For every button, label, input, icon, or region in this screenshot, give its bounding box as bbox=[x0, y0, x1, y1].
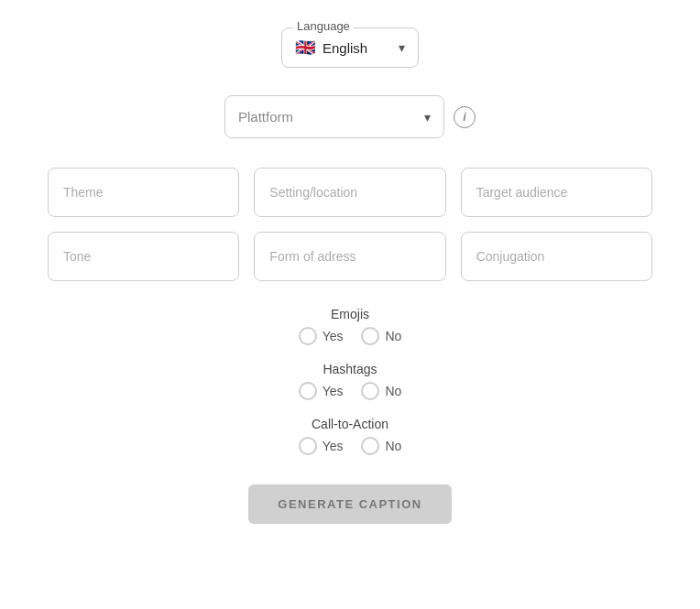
cta-no-label: No bbox=[385, 439, 401, 453]
generate-caption-button[interactable]: GENERATE CAPTION bbox=[248, 484, 451, 524]
form-of-address-input[interactable] bbox=[254, 232, 445, 281]
hashtags-no-radio[interactable] bbox=[361, 382, 379, 400]
platform-chevron-icon: ▾ bbox=[424, 110, 431, 125]
platform-placeholder: Plattform bbox=[238, 109, 424, 125]
info-icon-label: i bbox=[463, 110, 466, 124]
radio-groups-container: Emojis Yes No Hashtags Yes bbox=[299, 307, 402, 455]
emojis-options: Yes No bbox=[299, 327, 402, 345]
hashtags-no-option[interactable]: No bbox=[361, 382, 401, 400]
emojis-yes-radio[interactable] bbox=[299, 327, 317, 345]
info-icon[interactable]: i bbox=[454, 106, 476, 128]
hashtags-yes-radio[interactable] bbox=[299, 382, 317, 400]
hashtags-group: Hashtags Yes No bbox=[299, 362, 402, 400]
cta-no-radio[interactable] bbox=[361, 437, 379, 455]
hashtags-label: Hashtags bbox=[323, 362, 377, 376]
hashtags-no-label: No bbox=[385, 384, 401, 398]
cta-label: Call-to-Action bbox=[312, 417, 388, 431]
hashtags-options: Yes No bbox=[299, 382, 402, 400]
hashtags-yes-label: Yes bbox=[323, 384, 344, 398]
cta-yes-radio[interactable] bbox=[299, 437, 317, 455]
emojis-group: Emojis Yes No bbox=[299, 307, 402, 345]
language-section: Language 🇬🇧 English ▾ bbox=[281, 27, 419, 68]
page-container: Language 🇬🇧 English ▾ Plattform ▾ i Emoj… bbox=[0, 27, 700, 524]
emojis-yes-option[interactable]: Yes bbox=[299, 327, 344, 345]
language-label: Language bbox=[293, 19, 354, 33]
tone-input[interactable] bbox=[48, 232, 239, 281]
cta-yes-label: Yes bbox=[323, 439, 344, 453]
flag-icon: 🇬🇧 bbox=[295, 38, 315, 58]
target-audience-input[interactable] bbox=[461, 168, 652, 217]
inputs-grid bbox=[48, 168, 652, 281]
emojis-no-option[interactable]: No bbox=[361, 327, 401, 345]
platform-section: Plattform ▾ i bbox=[224, 95, 476, 138]
setting-location-input[interactable] bbox=[254, 168, 445, 217]
cta-yes-option[interactable]: Yes bbox=[299, 437, 344, 455]
hashtags-yes-option[interactable]: Yes bbox=[299, 382, 344, 400]
cta-group: Call-to-Action Yes No bbox=[299, 417, 402, 455]
language-value: English bbox=[323, 40, 391, 56]
platform-select[interactable]: Plattform ▾ bbox=[224, 95, 444, 138]
theme-input[interactable] bbox=[48, 168, 239, 217]
emojis-no-label: No bbox=[385, 329, 401, 343]
cta-options: Yes No bbox=[299, 437, 402, 455]
emojis-no-radio[interactable] bbox=[361, 327, 379, 345]
chevron-down-icon: ▾ bbox=[399, 40, 405, 55]
conjugation-input[interactable] bbox=[461, 232, 652, 281]
cta-no-option[interactable]: No bbox=[361, 437, 401, 455]
language-select[interactable]: Language 🇬🇧 English ▾ bbox=[281, 27, 419, 68]
emojis-yes-label: Yes bbox=[323, 329, 344, 343]
emojis-label: Emojis bbox=[331, 307, 369, 321]
